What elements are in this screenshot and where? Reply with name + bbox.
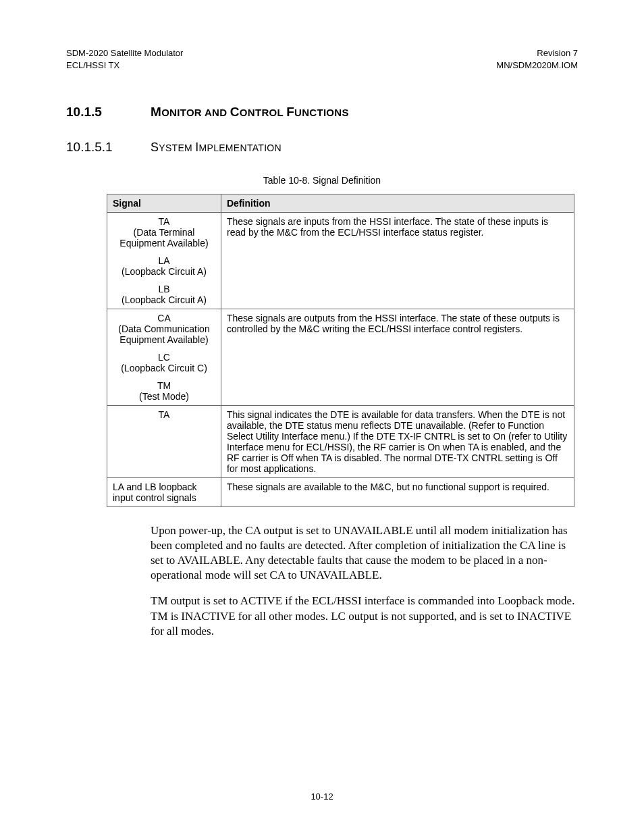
body-text: Upon power-up, the CA output is set to U… [151,523,578,639]
section-title-part: F [286,105,294,119]
section-heading: 10.1.5 MONITOR AND CONTROL FUNCTIONS [66,105,578,120]
signal-block: LB(Loopback Circuit A) [113,284,215,305]
col-header-signal: Signal [107,194,221,213]
header-right-line1: Revision 7 [496,47,578,59]
signal-cell: TA [107,406,221,478]
signal-cell: TA(Data Terminal Equipment Available)LA(… [107,213,221,309]
signal-block: LA(Loopback Circuit A) [113,255,215,277]
page-header: SDM-2020 Satellite Modulator ECL/HSSI TX… [66,47,578,71]
signal-block: TA(Data Terminal Equipment Available) [113,216,215,249]
header-left-line2: ECL/HSSI TX [66,59,183,72]
subsection-title-part: YSTEM [159,142,195,153]
table-header-row: Signal Definition [107,194,574,213]
definition-cell: This signal indicates the DTE is availab… [221,406,574,478]
section-title-part: ONITOR AND [161,107,230,118]
signal-cell: LA and LB loopback input control signals [107,478,221,507]
header-left-line1: SDM-2020 Satellite Modulator [66,47,183,59]
section-number: 10.1.5 [66,105,151,120]
signal-block: LC(Loopback Circuit C) [113,352,215,373]
header-left: SDM-2020 Satellite Modulator ECL/HSSI TX [66,47,183,71]
header-right: Revision 7 MN/SDM2020M.IOM [496,47,578,71]
page-number: 10-12 [0,791,644,802]
signal-definition-table: Signal Definition TA(Data Terminal Equip… [107,194,574,507]
section-title-part: C [230,105,240,119]
subsection-title: SYSTEM IMPLEMENTATION [151,140,281,155]
subsection-title-part: MPLEMENTATION [199,142,281,153]
table-row: TA(Data Terminal Equipment Available)LA(… [107,213,574,309]
header-right-line2: MN/SDM2020M.IOM [496,59,578,72]
signal-block: CA(Data Communication Equipment Availabl… [113,313,215,345]
section-title-part: ONTROL [240,107,286,118]
body-paragraph: TM output is set to ACTIVE if the ECL/HS… [151,594,578,638]
definition-cell: These signals are available to the M&C, … [221,478,574,507]
subsection-title-part: S [151,140,159,154]
section-title: MONITOR AND CONTROL FUNCTIONS [151,105,349,120]
definition-cell: These signals are inputs from the HSSI i… [221,213,574,309]
subsection-heading: 10.1.5.1 SYSTEM IMPLEMENTATION [66,140,578,155]
subsection-number: 10.1.5.1 [66,140,151,155]
signal-cell: CA(Data Communication Equipment Availabl… [107,309,221,406]
table-row: LA and LB loopback input control signals… [107,478,574,507]
definition-cell: These signals are outputs from the HSSI … [221,309,574,406]
signal-block: TA [113,409,215,420]
section-title-part: UNCTIONS [294,107,349,118]
table-row: CA(Data Communication Equipment Availabl… [107,309,574,406]
table-caption: Table 10-8. Signal Definition [66,175,578,186]
body-paragraph: Upon power-up, the CA output is set to U… [151,523,578,583]
table-row: TAThis signal indicates the DTE is avail… [107,406,574,478]
signal-block: TM(Test Mode) [113,380,215,402]
section-title-part: M [151,105,161,119]
col-header-definition: Definition [221,194,574,213]
